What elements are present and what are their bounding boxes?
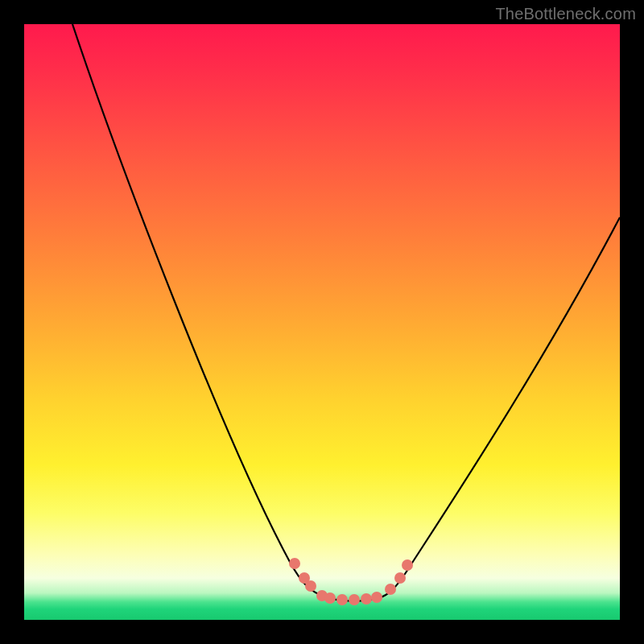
chart-svg <box>24 24 620 620</box>
curve-marker <box>305 580 316 592</box>
curve-marker <box>394 572 406 584</box>
curve-marker <box>385 584 396 595</box>
curve-marker <box>402 559 413 571</box>
curve-marker <box>371 592 382 603</box>
curve-marker <box>324 592 336 604</box>
marker-group <box>289 558 413 605</box>
curve-marker <box>349 594 360 605</box>
bottleneck-curve-path <box>72 24 620 601</box>
watermark-text: TheBottleneck.com <box>495 5 636 23</box>
curve-marker <box>289 558 300 569</box>
curve-marker <box>336 594 348 605</box>
curve-marker <box>361 593 372 605</box>
chart-plot-area <box>24 24 620 620</box>
